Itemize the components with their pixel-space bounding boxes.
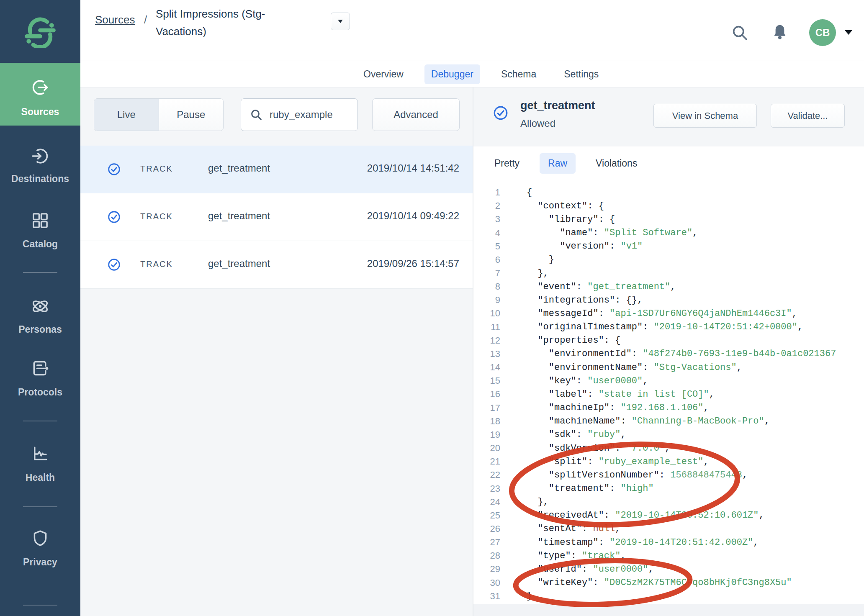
- account-menu-caret-icon[interactable]: [845, 30, 852, 35]
- line-number: 3: [473, 214, 500, 225]
- advanced-button[interactable]: Advanced: [372, 98, 460, 131]
- code-line: 28 "type": "track",: [473, 549, 864, 562]
- health-icon: [0, 444, 80, 465]
- tab-settings[interactable]: Settings: [557, 64, 605, 84]
- sidebar-item-health[interactable]: Health: [0, 472, 80, 483]
- sidebar-item-catalog[interactable]: Catalog: [0, 239, 80, 250]
- code-line: 8 "event": "get_treatment",: [473, 280, 864, 293]
- event-detail-body: PrettyRawViolations 1{2 "context": {3 "l…: [473, 146, 864, 616]
- code-line: 23 "treatment": "high": [473, 482, 864, 495]
- line-number: 13: [473, 349, 500, 359]
- sidebar: SourcesDestinationsCatalogPersonasProtoc…: [0, 0, 80, 616]
- event-row[interactable]: TRACKget_treatment2019/10/14 09:49:22: [80, 193, 473, 241]
- sidebar-item-privacy[interactable]: Privacy: [0, 557, 80, 568]
- sidebar-divider: [23, 605, 57, 606]
- source-switcher-dropdown[interactable]: [331, 13, 350, 30]
- check-circle-icon: [107, 258, 121, 273]
- line-number: 26: [473, 524, 500, 534]
- line-number: 1: [473, 187, 500, 198]
- event-detail-header: get_treatment Allowed View in Schema Val…: [473, 87, 864, 147]
- search-icon[interactable]: [730, 23, 749, 44]
- sidebar-divider: [23, 506, 57, 507]
- event-search-box: [241, 98, 358, 131]
- check-circle-icon: [107, 210, 121, 226]
- payload-view-tabs: PrettyRawViolations: [486, 153, 645, 174]
- line-number: 28: [473, 550, 500, 561]
- code-line: 17 "machineIp": "192.168.1.106",: [473, 401, 864, 415]
- code-line: 11 "originalTimestamp": "2019-10-14T20:5…: [473, 321, 864, 334]
- validate-button[interactable]: Validate...: [771, 104, 845, 128]
- code-line: 9 "integrations": {},: [473, 293, 864, 307]
- event-list: TRACKget_treatment2019/10/14 14:51:42TRA…: [80, 146, 473, 289]
- sidebar-divider: [23, 272, 57, 273]
- event-name: get_treatment: [208, 162, 270, 174]
- sidebar-item-destinations[interactable]: Destinations: [0, 173, 80, 185]
- line-number: 2: [473, 200, 500, 211]
- code-line: 29 "userId": "user0000",: [473, 562, 864, 576]
- code-line: 13 "environmentId": "48f274b0-7693-11e9-…: [473, 347, 864, 361]
- code-line: 18 "machineName": "Channing-B-MacBook-Pr…: [473, 415, 864, 428]
- code-line: 2 "context": {: [473, 199, 864, 213]
- line-number: 4: [473, 228, 500, 239]
- line-number: 15: [473, 375, 500, 386]
- notifications-bell-icon[interactable]: [770, 23, 789, 44]
- tab-overview[interactable]: Overview: [357, 64, 410, 84]
- line-number: 11: [473, 322, 500, 333]
- scrollbar-track[interactable]: [473, 604, 864, 616]
- line-number: 9: [473, 295, 500, 305]
- code-line: 4 "name": "Split Software",: [473, 226, 864, 239]
- code-line: 10 "messageId": "api-1SD7Ur6NGY6Q4jaNDhE…: [473, 307, 864, 320]
- code-line: 26 "sentAt": null,: [473, 522, 864, 536]
- check-circle-icon: [493, 105, 509, 123]
- destinations-icon: [0, 146, 80, 167]
- avatar[interactable]: CB: [809, 19, 836, 46]
- topbar: Sources / Split Impressions (Stg-Vacatio…: [80, 0, 864, 61]
- content: Live Pause Advanced TRACKget_treatment20…: [80, 87, 864, 616]
- event-search-input[interactable]: [269, 108, 354, 121]
- app-root: SourcesDestinationsCatalogPersonasProtoc…: [0, 0, 864, 616]
- event-row[interactable]: TRACKget_treatment2019/10/14 14:51:42: [80, 146, 473, 193]
- view-in-schema-button[interactable]: View in Schema: [653, 104, 757, 128]
- event-row[interactable]: TRACKget_treatment2019/09/26 15:14:57: [80, 241, 473, 289]
- live-pause-toggle: Live Pause: [94, 98, 224, 131]
- line-number: 6: [473, 254, 500, 265]
- sidebar-divider: [23, 421, 57, 421]
- live-button[interactable]: Live: [94, 99, 159, 131]
- segment-logo-icon[interactable]: [0, 16, 80, 49]
- protocols-icon: [0, 359, 80, 379]
- code-line: 31}: [473, 590, 864, 603]
- line-number: 21: [473, 456, 500, 467]
- event-timestamp: 2019/09/26 15:14:57: [367, 258, 459, 270]
- event-name: get_treatment: [208, 258, 270, 270]
- sources-icon: [0, 78, 80, 99]
- tab-schema[interactable]: Schema: [494, 64, 543, 84]
- line-number: 31: [473, 591, 500, 602]
- line-number: 27: [473, 537, 500, 548]
- line-number: 20: [473, 443, 500, 454]
- pause-button[interactable]: Pause: [159, 99, 224, 131]
- code-line: 30 "writeKey": "D0C5zM2K75TM6CPqo8bHKj0f…: [473, 576, 864, 590]
- tab-debugger[interactable]: Debugger: [424, 64, 480, 84]
- line-number: 29: [473, 564, 500, 575]
- line-number: 16: [473, 389, 500, 400]
- sidebar-item-sources[interactable]: Sources: [0, 106, 80, 118]
- sidebar-item-protocols[interactable]: Protocols: [0, 387, 80, 398]
- event-status: Allowed: [520, 118, 555, 129]
- code-line: 20 "sdkVersion": "7.0.0",: [473, 441, 864, 455]
- payload-tab-raw[interactable]: Raw: [540, 153, 576, 174]
- code-line: 12 "properties": {: [473, 334, 864, 347]
- payload-tab-violations[interactable]: Violations: [587, 153, 645, 174]
- privacy-icon: [0, 529, 80, 549]
- check-circle-icon: [107, 162, 121, 178]
- breadcrumb-sources-link[interactable]: Sources: [95, 13, 135, 26]
- code-line: 6 }: [473, 253, 864, 267]
- line-number: 12: [473, 335, 500, 346]
- code-line: 21 "split": "ruby_example_test",: [473, 455, 864, 468]
- code-line: 24 },: [473, 495, 864, 509]
- sidebar-item-personas[interactable]: Personas: [0, 324, 80, 335]
- event-timestamp: 2019/10/14 09:49:22: [367, 210, 459, 222]
- payload-tab-pretty[interactable]: Pretty: [486, 153, 528, 174]
- line-number: 18: [473, 416, 500, 427]
- main-tabs: OverviewDebuggerSchemaSettings: [357, 61, 605, 87]
- page-title: Split Impressions (Stg-Vacations): [156, 5, 290, 40]
